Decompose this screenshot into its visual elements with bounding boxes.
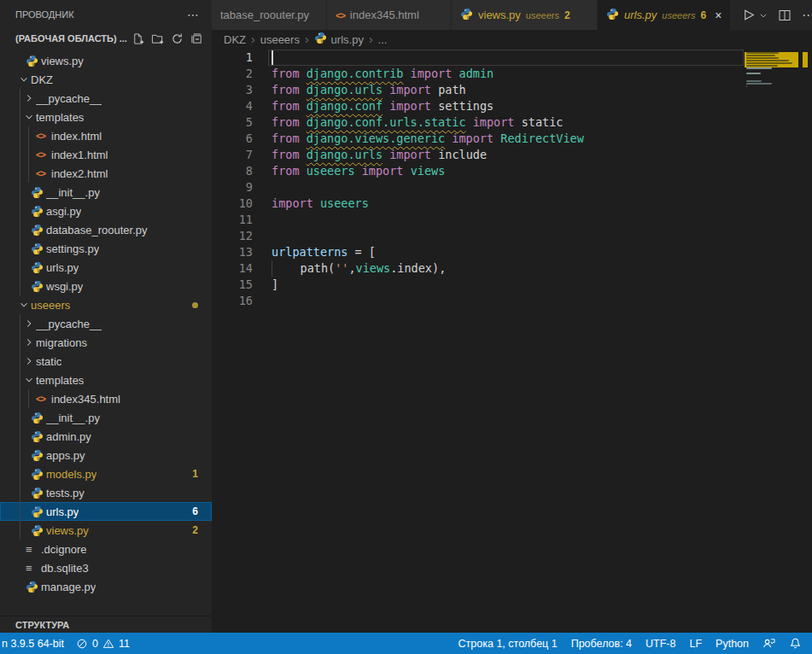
code-line-2[interactable]: 2from django.contrib import admin [212, 66, 744, 82]
code-line-text: from django.conf import settings [253, 98, 494, 114]
tree-item-label: index.html [51, 130, 102, 143]
collapse-all-icon[interactable] [190, 32, 203, 45]
code-line-15[interactable]: 15] [212, 277, 744, 293]
tree-file-manage.py[interactable]: manage.py [0, 577, 212, 596]
tree-file-tests.py[interactable]: tests.py [0, 483, 212, 502]
status-indentation[interactable]: Пробелов: 4 [571, 638, 632, 650]
tree-folder-templates[interactable]: templates [0, 371, 212, 389]
indent-guide [20, 521, 20, 540]
code-line-10[interactable]: 10import useeers [212, 196, 744, 212]
explorer-title-label: ПРОВОДНИК [15, 9, 74, 20]
minimap-line [746, 85, 747, 87]
tree-file-wsgi.py[interactable]: wsgi.py [0, 277, 212, 295]
tree-folder-migrations[interactable]: migrations [0, 333, 212, 352]
code-line-text [253, 212, 272, 228]
tree-item-label: views.py [46, 524, 89, 537]
tab-tabase_roouter.py[interactable]: tabase_roouter.py [212, 0, 327, 30]
tree-folder-DKZ[interactable]: DKZ [0, 70, 212, 89]
status-problems[interactable]: 011 [76, 638, 130, 650]
problem-count-badge: 6 [192, 505, 198, 517]
code-line-8[interactable]: 8from useeers import views [212, 163, 744, 179]
status-eol[interactable]: LF [689, 638, 702, 650]
tree-file-admin.py[interactable]: admin.py [0, 427, 212, 446]
chevron-right-icon [22, 355, 36, 367]
tree-folder-static[interactable]: static [0, 352, 212, 371]
breadcrumb-item-...[interactable]: ... [378, 33, 388, 46]
code-line-7[interactable]: 7from django.urls import include [212, 147, 744, 163]
tree-file-.dcignore[interactable]: ≡.dcignore [0, 540, 212, 558]
tree-file-views.py[interactable]: views.py2 [0, 521, 212, 540]
indent-guide [20, 164, 20, 183]
tree-item-label: tests.py [46, 487, 85, 499]
tree-item-label: index345.html [51, 393, 120, 406]
breadcrumb-label: useeers [260, 33, 300, 46]
status-interpreter[interactable]: n 3.9.5 64-bit [2, 638, 64, 650]
tree-folder-templates[interactable]: templates [0, 108, 212, 126]
code-line-9[interactable]: 9 [212, 179, 744, 196]
status-encoding[interactable]: UTF-8 [646, 638, 675, 650]
code-line-4[interactable]: 4from django.conf import settings [212, 98, 744, 114]
tree-folder-__pycache__[interactable]: __pycache__ [0, 89, 212, 108]
code-line-text [253, 179, 272, 196]
tree-item-label: models.py [46, 468, 96, 481]
code-line-16[interactable]: 16 [212, 293, 744, 309]
code-line-3[interactable]: 3from django.urls import path [212, 82, 744, 98]
code-line-12[interactable]: 12 [212, 228, 744, 244]
tree-file-apps.py[interactable]: apps.py [0, 446, 212, 464]
tree-file-__init__.py[interactable]: __init__.py [0, 408, 212, 427]
status-language-mode[interactable]: Python [716, 638, 749, 650]
run-icon[interactable] [741, 8, 756, 22]
explorer-more-icon[interactable]: ⋯ [187, 8, 200, 21]
tree-file-index2.html[interactable]: <>index2.html [0, 164, 212, 183]
tab-views.py[interactable]: views.pyuseeers2 [452, 0, 598, 30]
tree-file-asgi.py[interactable]: asgi.py [0, 201, 212, 220]
tab-problem-badge: 6 [700, 9, 706, 21]
refresh-icon[interactable] [171, 32, 184, 45]
status-feedback[interactable] [762, 637, 775, 650]
status-cursor-position[interactable]: Строка 1, столбец 1 [459, 638, 558, 650]
tree-file-db.sqlite3[interactable]: ≡db.sqlite3 [0, 558, 212, 577]
tree-file-views.py[interactable]: views.py [0, 51, 212, 70]
breadcrumb-item-urls.py[interactable]: urls.py [314, 32, 364, 47]
code-editor[interactable]: 12from django.contrib import admin3from … [212, 49, 812, 633]
tree-file-index1.html[interactable]: <>index1.html [0, 145, 212, 164]
tree-folder-__pycache__[interactable]: __pycache__ [0, 314, 212, 333]
code-line-13[interactable]: 13urlpatterns = [ [212, 244, 744, 260]
indent-guide [20, 258, 20, 277]
tree-file-index.html[interactable]: <>index.html [0, 126, 212, 145]
tree-file-settings.py[interactable]: settings.py [0, 239, 212, 258]
new-file-icon[interactable] [131, 32, 144, 45]
close-icon[interactable]: × [715, 9, 721, 21]
tab-urls.py[interactable]: urls.pyuseeers6× [598, 0, 731, 30]
new-folder-icon[interactable] [151, 32, 164, 45]
breadcrumb-item-useeers[interactable]: useeers [260, 33, 300, 46]
tree-file-index345.html[interactable]: <>index345.html [0, 389, 212, 408]
chevron-right-icon [22, 92, 36, 104]
code-line-text: from django.urls import include [253, 147, 487, 163]
tree-file-database_roouter.py[interactable]: database_roouter.py [0, 220, 212, 239]
tree-file-urls.py[interactable]: urls.py6 [0, 502, 212, 521]
minimap[interactable] [745, 49, 798, 633]
code-line-14[interactable]: 14 path('',views.index), [212, 260, 744, 277]
overview-ruler[interactable] [798, 49, 812, 633]
code-line-5[interactable]: 5from django.conf.urls.static import sta… [212, 114, 744, 131]
tree-file-__init__.py[interactable]: __init__.py [0, 183, 212, 201]
code-line-6[interactable]: 6from django.views.generic import Redire… [212, 131, 744, 147]
python-icon [31, 449, 46, 462]
split-editor-icon[interactable] [778, 9, 792, 22]
workspace-section-header[interactable]: (РАБОЧАЯ ОБЛАСТЬ) ... [0, 29, 212, 48]
breadcrumb-item-DKZ[interactable]: DKZ [224, 33, 246, 46]
python-icon [31, 412, 46, 424]
tree-folder-useeers[interactable]: useeers [0, 295, 212, 314]
tree-file-models.py[interactable]: models.py1 [0, 464, 212, 483]
code-line-1[interactable]: 1 [212, 50, 744, 66]
workspace-label: (РАБОЧАЯ ОБЛАСТЬ) ... [15, 33, 131, 44]
code-line-11[interactable]: 11 [212, 212, 744, 228]
code-line-text: from django.conf.urls.static import stat… [253, 114, 563, 131]
run-dropdown-icon[interactable] [759, 11, 768, 20]
more-actions-icon[interactable]: ⋯ [802, 8, 812, 23]
tree-file-urls.py[interactable]: urls.py [0, 258, 212, 277]
status-notifications[interactable] [789, 637, 802, 650]
outline-section-header[interactable]: СТРУКТУРА [0, 616, 212, 633]
tab-index345.html[interactable]: <>index345.html [327, 0, 452, 30]
